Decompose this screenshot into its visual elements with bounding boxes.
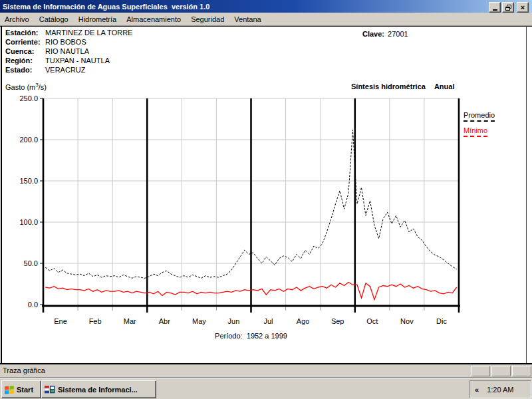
status-bar: Traza gráfica — [0, 364, 532, 377]
tray-clock: 1:20 AM — [487, 386, 513, 394]
minimize-button[interactable] — [489, 2, 501, 13]
legend-promedio-label: Promedio — [464, 111, 495, 122]
clave-value: 27001 — [388, 30, 408, 38]
station-value: RIO BOBOS — [45, 37, 86, 47]
close-button[interactable]: × — [517, 2, 529, 13]
period-label: Período: 1952 a 1999 — [43, 332, 459, 340]
chart-title: Síntesis hidrométrica Anual — [351, 82, 454, 90]
y-axis-unit-label: Gasto (m3/s) — [5, 82, 47, 91]
client-border-right — [526, 26, 527, 364]
station-row: Cuenca: RIO NAUTLA — [5, 47, 132, 56]
station-row: Región: TUXPAN - NAUTLA — [5, 56, 132, 65]
window-title: Sistema de Información de Aguas Superfic… — [0, 3, 209, 11]
clave-label: Clave: — [362, 30, 384, 38]
window-titlebar[interactable]: Sistema de Información de Aguas Superfic… — [0, 0, 532, 13]
station-label: Región: — [5, 56, 45, 65]
desktop-screen: Sistema de Información de Aguas Superfic… — [0, 0, 532, 399]
start-label: Start — [17, 386, 33, 394]
station-clave: Clave:27001 — [362, 29, 408, 39]
app-icon — [45, 384, 55, 395]
station-label: Estación: — [5, 28, 45, 37]
statusbar-pane — [491, 366, 511, 376]
minimize-icon — [493, 9, 497, 11]
menu-ventana[interactable]: Ventana — [229, 14, 266, 25]
chart-legend: Promedio Mínimo — [464, 111, 495, 142]
station-info: Estación: MARTINEZ DE LA TORRE Corriente… — [5, 28, 132, 74]
station-row: Corriente: RIO BOBOS — [5, 37, 132, 47]
menu-bar: Archivo Catálogo Hidrometría Almacenamie… — [0, 13, 532, 26]
station-value: MARTINEZ DE LA TORRE — [45, 28, 132, 37]
station-row: Estado: VERACRUZ — [5, 65, 132, 74]
station-value: RIO NAUTLA — [45, 47, 89, 56]
station-label: Estado: — [5, 65, 45, 74]
client-border-top — [0, 26, 532, 27]
legend-item-minimo: Mínimo — [464, 126, 495, 137]
window-controls: × — [489, 2, 529, 13]
station-label: Corriente: — [5, 37, 45, 47]
station-label: Cuenca: — [5, 47, 45, 56]
client-border-left — [1, 26, 2, 364]
station-value: TUXPAN - NAUTLA — [45, 56, 110, 65]
task-label: Sistema de Informaci... — [58, 386, 138, 394]
menu-archivo[interactable]: Archivo — [0, 14, 35, 25]
statusbar-pane — [512, 366, 531, 376]
windows-logo-icon — [4, 384, 15, 395]
close-icon: × — [521, 4, 525, 11]
legend-item-promedio: Promedio — [464, 111, 495, 122]
client-area — [0, 26, 532, 364]
menu-seguridad[interactable]: Seguridad — [186, 14, 229, 25]
tray-collapse-chevron-icon[interactable]: « — [475, 386, 479, 394]
chart-title-period-type: Anual — [434, 82, 455, 90]
legend-minimo-label: Mínimo — [464, 126, 487, 137]
taskbar: Start Sistema de Informaci... « 1:20 AM — [0, 377, 532, 399]
start-button[interactable]: Start — [1, 380, 41, 398]
station-row: Estación: MARTINEZ DE LA TORRE — [5, 28, 132, 37]
menu-almacenamiento[interactable]: Almacenamiento — [122, 14, 186, 25]
taskbar-task-sistema[interactable]: Sistema de Informaci... — [41, 380, 156, 398]
restore-icon — [505, 5, 511, 11]
menu-hidrometria[interactable]: Hidrometría — [74, 14, 122, 25]
status-text: Traza gráfica — [3, 366, 45, 374]
station-value: VERACRUZ — [45, 65, 86, 74]
menu-catalogo[interactable]: Catálogo — [35, 14, 74, 25]
restore-button[interactable] — [502, 2, 514, 13]
system-tray: « 1:20 AM — [469, 380, 531, 398]
chart-title-main: Síntesis hidrométrica — [351, 82, 426, 90]
statusbar-pane — [471, 366, 490, 376]
